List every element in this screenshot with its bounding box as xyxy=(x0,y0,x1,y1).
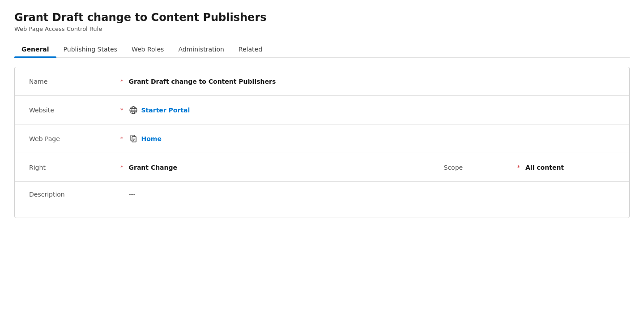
right-row-content: Grant Change Scope * All content xyxy=(129,164,615,171)
webpage-label: Web Page xyxy=(29,135,119,142)
description-row: Description * --- xyxy=(15,182,629,218)
website-required: * xyxy=(120,107,124,113)
name-value-container: Grant Draft change to Content Publishers xyxy=(129,78,615,85)
website-link[interactable]: Starter Portal xyxy=(141,107,190,114)
tab-administration[interactable]: Administration xyxy=(171,41,231,57)
page-title: Grant Draft change to Content Publishers xyxy=(14,11,630,25)
name-row: Name * Grant Draft change to Content Pub… xyxy=(15,67,629,96)
website-label: Website xyxy=(29,107,119,114)
website-value-container: Starter Portal xyxy=(129,106,615,115)
tab-related[interactable]: Related xyxy=(231,41,269,57)
tab-publishing-states[interactable]: Publishing States xyxy=(56,41,124,57)
tab-general[interactable]: General xyxy=(14,41,56,57)
description-value: --- xyxy=(129,191,136,198)
right-value: Grant Change xyxy=(129,164,178,171)
webpage-link[interactable]: Home xyxy=(141,135,162,142)
right-label: Right xyxy=(29,164,119,171)
name-label: Name xyxy=(29,78,119,85)
webpage-value-container: Home xyxy=(129,134,615,143)
webpage-required: * xyxy=(120,135,124,142)
form-card: Name * Grant Draft change to Content Pub… xyxy=(14,67,630,218)
right-required: * xyxy=(120,164,124,171)
description-value-container: --- xyxy=(129,191,615,198)
page-header: Grant Draft change to Content Publishers… xyxy=(14,11,630,32)
name-value: Grant Draft change to Content Publishers xyxy=(129,78,276,85)
description-label: Description xyxy=(29,191,119,198)
right-value-section: Grant Change xyxy=(129,164,444,171)
scope-value: All content xyxy=(525,164,615,171)
globe-icon xyxy=(129,106,138,115)
scope-section: Scope * All content xyxy=(444,164,615,171)
tab-web-roles[interactable]: Web Roles xyxy=(124,41,171,57)
page-icon xyxy=(129,134,138,143)
description-spacer: * xyxy=(120,191,124,197)
scope-required: * xyxy=(517,164,520,171)
tabs-nav: General Publishing States Web Roles Admi… xyxy=(14,41,630,58)
webpage-row: Web Page * Home xyxy=(15,124,629,153)
website-row: Website * Starter Portal xyxy=(15,96,629,124)
page-subtitle: Web Page Access Control Rule xyxy=(14,26,630,32)
name-required: * xyxy=(120,78,124,85)
right-row: Right * Grant Change Scope * All content xyxy=(15,153,629,182)
scope-label: Scope xyxy=(444,164,516,171)
